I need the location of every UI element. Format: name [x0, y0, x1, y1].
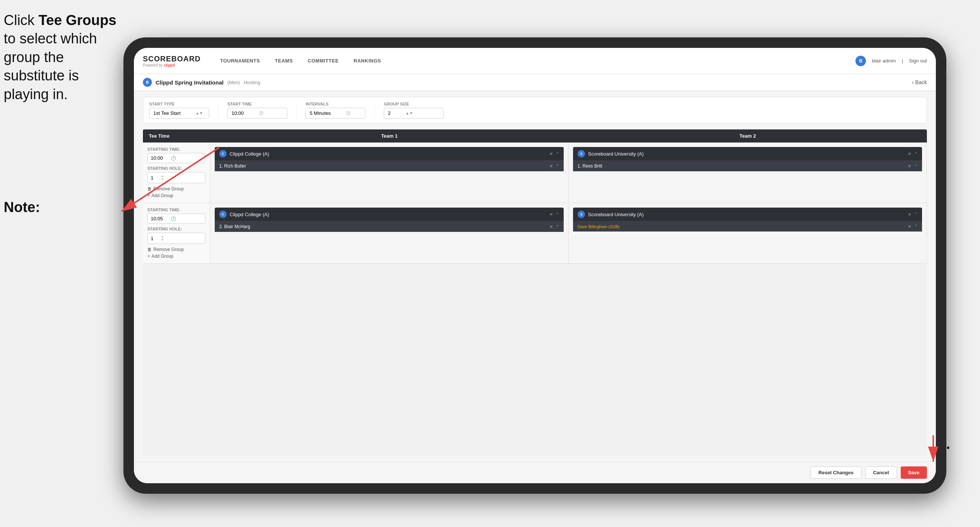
- team2-expand-icon-1[interactable]: ⌃: [914, 151, 918, 156]
- signout-link[interactable]: Sign out: [909, 58, 927, 64]
- time-input-2[interactable]: 10:05 🕐: [147, 213, 205, 224]
- start-time-value: 10:00: [232, 110, 244, 116]
- nav-rankings[interactable]: RANKINGS: [346, 48, 388, 74]
- start-time-select[interactable]: 10:00 🕐: [228, 108, 287, 119]
- player-name-2-2: Dave Billingham (SUB): [578, 224, 905, 229]
- team1-name-1: Clippd College (A): [230, 151, 546, 157]
- team2-card-2[interactable]: S Scoreboard University (A) ✕ ⌃ Dave Bil…: [573, 208, 922, 231]
- intervals-label: Intervals: [305, 102, 366, 106]
- intervals-select[interactable]: 5 Minutes 🕐: [305, 108, 366, 119]
- cancel-button[interactable]: Cancel: [865, 466, 897, 479]
- start-time-icon: 🕐: [259, 111, 263, 115]
- subheader-left: B Clippd Spring Invitational (Men) Hosti…: [143, 78, 260, 87]
- hole-arrows-2: ▲▼: [161, 235, 164, 242]
- starting-hole-label-1: STARTING HOLE:: [147, 166, 205, 170]
- player-row-2-1: 1. Rees Britt ✕ ⌃: [573, 161, 922, 171]
- tee-row-1: STARTING TIME: 10:00 🕐 STARTING HOLE: 1 …: [143, 143, 927, 203]
- team2-remove-icon-1[interactable]: ✕: [908, 151, 911, 156]
- add-group-btn-1[interactable]: + Add Group: [147, 193, 205, 198]
- remove-group-btn-1[interactable]: 🗑 Remove Group: [147, 186, 205, 191]
- team2-card-1[interactable]: S Scoreboard University (A) ✕ ⌃ 1. Rees …: [573, 147, 922, 171]
- team1-cell-2: C Clippd College (A) ✕ ⌃ 2. Blair McHarg: [210, 203, 568, 263]
- team2-actions-2: ✕ ⌃: [908, 212, 918, 217]
- username: blair admin: [872, 58, 896, 64]
- add-icon-2: +: [147, 253, 150, 259]
- team1-header-1: C Clippd College (A) ✕ ⌃: [215, 147, 564, 161]
- team1-actions-1: ✕ ⌃: [549, 151, 559, 156]
- time-value-2: 10:05: [151, 216, 163, 221]
- player-actions-2-1: ✕ ⌃: [908, 164, 918, 169]
- navbar: SCOREBOARD Powered by clippd TOURNAMENTS…: [134, 48, 936, 74]
- group-size-value: 2: [388, 110, 390, 116]
- remove-icon-2: 🗑: [147, 247, 152, 252]
- logo-powered: Powered by clippd: [143, 63, 200, 67]
- time-input-1[interactable]: 10:00 🕐: [147, 153, 205, 163]
- player-actions-2-2: ✕ ⌃: [908, 224, 918, 229]
- team1-remove-icon-2[interactable]: ✕: [549, 212, 553, 217]
- nav-divider: |: [902, 58, 903, 64]
- player-remove-icon-2-1[interactable]: ✕: [908, 164, 911, 169]
- start-type-select[interactable]: 1st Tee Start ▲▼: [149, 108, 209, 119]
- start-time-label: Start Time: [228, 102, 287, 106]
- player-expand-icon-1-1[interactable]: ⌃: [556, 164, 559, 169]
- hole-input-1[interactable]: 1 ▲▼: [147, 172, 205, 183]
- back-link[interactable]: ‹ Back: [912, 79, 927, 85]
- starting-time-label-1: STARTING TIME:: [147, 147, 205, 151]
- team2-remove-icon-2[interactable]: ✕: [908, 212, 911, 217]
- player-expand-icon-2-2[interactable]: ⌃: [914, 224, 918, 229]
- reset-changes-button[interactable]: Reset Changes: [811, 466, 861, 479]
- tablet-frame: SCOREBOARD Powered by clippd TOURNAMENTS…: [123, 37, 947, 494]
- team1-avatar-2: C: [219, 210, 227, 218]
- player-remove-icon-1-2[interactable]: ✕: [549, 224, 553, 229]
- tournament-name: Clippd Spring Invitational: [156, 79, 224, 86]
- team2-avatar-1: S: [578, 150, 585, 158]
- player-actions-1-2: ✕ ⌃: [549, 224, 559, 229]
- team2-cell-1: S Scoreboard University (A) ✕ ⌃ 1. Rees …: [568, 143, 927, 203]
- team2-cell-2: S Scoreboard University (A) ✕ ⌃ Dave Bil…: [568, 203, 927, 263]
- team2-header-2: S Scoreboard University (A) ✕ ⌃: [573, 208, 922, 221]
- settings-row: Start Type 1st Tee Start ▲▼ Start Time 1…: [143, 97, 927, 123]
- team1-expand-icon-2[interactable]: ⌃: [556, 212, 559, 217]
- team1-avatar-1: C: [219, 150, 227, 158]
- save-button[interactable]: Save: [901, 466, 927, 479]
- hole-input-2[interactable]: 1 ▲▼: [147, 232, 205, 244]
- tournament-gender: (Men): [228, 80, 240, 85]
- player-expand-icon-2-1[interactable]: ⌃: [914, 164, 918, 169]
- player-remove-icon-2-2[interactable]: ✕: [908, 224, 911, 229]
- team2-expand-icon-2[interactable]: ⌃: [914, 212, 918, 217]
- footer: Reset Changes Cancel Save: [134, 462, 936, 483]
- team1-remove-icon[interactable]: ✕: [549, 151, 553, 156]
- player-row-1-2: 2. Blair McHarg ✕ ⌃: [215, 221, 564, 232]
- user-avatar: B: [856, 56, 866, 66]
- table-header: Tee Time Team 1 Team 2: [143, 129, 927, 143]
- player-actions-1-1: ✕ ⌃: [549, 164, 559, 169]
- group-size-arrow: ▲▼: [406, 111, 413, 115]
- group-size-group: Group Size 2 ▲▼: [384, 102, 444, 119]
- intervals-icon: 🕐: [345, 111, 350, 115]
- add-icon-1: +: [147, 193, 150, 198]
- team2-header-1: S Scoreboard University (A) ✕ ⌃: [573, 147, 922, 161]
- remove-group-btn-2[interactable]: 🗑 Remove Group: [147, 247, 205, 252]
- group-size-label: Group Size: [384, 102, 444, 106]
- subheader: B Clippd Spring Invitational (Men) Hosti…: [134, 74, 936, 91]
- remove-icon-1: 🗑: [147, 186, 152, 191]
- col-team2: Team 2: [568, 129, 927, 143]
- nav-committee[interactable]: COMMITTEE: [301, 48, 346, 74]
- nav-teams[interactable]: TEAMS: [267, 48, 301, 74]
- group-size-select[interactable]: 2 ▲▼: [384, 108, 444, 119]
- team1-actions-2: ✕ ⌃: [549, 212, 559, 217]
- team1-card-2[interactable]: C Clippd College (A) ✕ ⌃ 2. Blair McHarg: [215, 208, 564, 232]
- tournament-avatar: B: [143, 78, 152, 87]
- team1-header-2: C Clippd College (A) ✕ ⌃: [215, 208, 564, 221]
- team2-actions-1: ✕ ⌃: [908, 151, 918, 156]
- team1-card-1[interactable]: C Clippd College (A) ✕ ⌃ 1. Rich Butler: [215, 147, 564, 171]
- nav-tournaments[interactable]: TOURNAMENTS: [212, 48, 267, 74]
- player-remove-icon-1-1[interactable]: ✕: [549, 164, 553, 169]
- add-group-btn-2[interactable]: + Add Group: [147, 253, 205, 259]
- settings-divider-1: [218, 102, 218, 119]
- group-actions-2: 🗑 Remove Group + Add Group: [147, 247, 205, 259]
- main-content: Start Type 1st Tee Start ▲▼ Start Time 1…: [134, 91, 936, 462]
- logo-text: SCOREBOARD: [143, 55, 200, 63]
- player-expand-icon-1-2[interactable]: ⌃: [556, 224, 559, 229]
- team1-expand-icon[interactable]: ⌃: [556, 151, 559, 156]
